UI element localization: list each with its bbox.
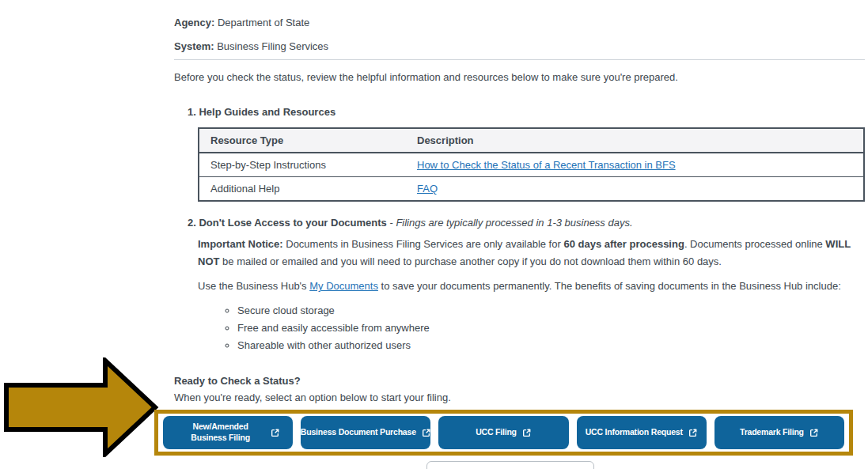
faq-link[interactable]: FAQ xyxy=(417,183,438,195)
table-row: Step-by-Step Instructions How to Check t… xyxy=(199,153,864,177)
table-row: Additional Help FAQ xyxy=(199,177,864,202)
agency-value: Department of State xyxy=(218,17,309,28)
description-cell: FAQ xyxy=(406,177,864,202)
agency-line: Agency: Department of State xyxy=(174,17,865,28)
filing-button-label: Business Document Purchase xyxy=(301,427,416,438)
resource-type-cell: Additional Help xyxy=(199,177,406,202)
agency-label: Agency: xyxy=(174,17,214,28)
intro-text: Before you check the status, review the … xyxy=(174,72,865,83)
external-link-icon xyxy=(521,428,532,438)
filing-button-label: New/Amended Business Filing xyxy=(176,422,265,443)
help-guides-title: 1. Help Guides and Resources xyxy=(188,107,865,118)
important-notice: Important Notice: Documents in Business … xyxy=(198,236,865,270)
filing-button-label: Trademark Filing xyxy=(740,427,804,438)
notice-text: . Documents processed online xyxy=(684,238,825,250)
notice-text: be mailed or emailed and you will need t… xyxy=(219,255,722,267)
right-arrow-annotation-icon xyxy=(0,357,160,457)
table-header-description: Description xyxy=(406,128,864,153)
business-hub-line: Use the Business Hub's My Documents to s… xyxy=(198,278,865,295)
filing-button-label: UCC Filing xyxy=(476,427,517,438)
resources-table: Resource Type Description Step-by-Step I… xyxy=(198,127,865,202)
section-divider xyxy=(174,59,865,60)
resource-type-cell: Step-by-Step Instructions xyxy=(199,153,406,177)
hub-text: Use the Business Hub's xyxy=(198,280,309,292)
notice-bold-60-days: 60 days after processing xyxy=(563,238,684,250)
filing-button-ucc-information-request[interactable]: UCC Information Request xyxy=(577,416,707,449)
filing-button-ucc-filing[interactable]: UCC Filing xyxy=(438,416,568,449)
filing-button-trademark-filing[interactable]: Trademark Filing xyxy=(714,416,844,449)
page: { "meta": { "agency_label": "Agency:", "… xyxy=(0,0,868,469)
documents-title: 2. Don't Lose Access to your Documents xyxy=(188,217,387,229)
ready-section: Ready to Check a Status? When you're rea… xyxy=(174,376,865,469)
external-link-icon xyxy=(809,428,819,438)
highlight-box-annotation: New/Amended Business Filing Business Doc… xyxy=(154,410,853,456)
important-notice-label: Important Notice: xyxy=(198,238,283,250)
ready-title: Ready to Check a Status? xyxy=(174,376,865,387)
system-line: System: Business Filing Services xyxy=(174,41,865,51)
list-item: Free and easily accessible from anywhere xyxy=(237,320,865,337)
back-to-home-button[interactable]: Back to Home xyxy=(426,461,594,469)
filing-button-label: UCC Information Request xyxy=(586,427,683,438)
benefits-list: Secure cloud storage Free and easily acc… xyxy=(198,302,865,354)
documents-title-line: 2. Don't Lose Access to your Documents -… xyxy=(188,217,865,229)
documents-subtitle: Filings are typically processed in 1-3 b… xyxy=(396,217,632,229)
my-documents-link[interactable]: My Documents xyxy=(309,280,378,292)
table-header-row: Resource Type Description xyxy=(199,128,864,153)
notice-text: Documents in Business Filing Services ar… xyxy=(283,238,564,250)
system-label: System: xyxy=(174,40,214,52)
status-instructions-link[interactable]: How to Check the Status of a Recent Tran… xyxy=(417,159,676,171)
external-link-icon xyxy=(421,428,431,438)
list-item: Shareable with other authorized users xyxy=(237,337,865,354)
main-content: Agency: Department of State System: Busi… xyxy=(174,0,865,469)
filing-button-business-document-purchase[interactable]: Business Document Purchase xyxy=(301,416,430,449)
documents-title-separator: - xyxy=(387,217,396,229)
external-link-icon xyxy=(270,428,280,438)
list-item: Secure cloud storage xyxy=(237,302,865,320)
filing-button-new-amended-business[interactable]: New/Amended Business Filing xyxy=(163,416,293,449)
documents-section: 2. Don't Lose Access to your Documents -… xyxy=(174,217,865,354)
hub-text: to save your documents permanently. The … xyxy=(378,280,841,292)
external-link-icon xyxy=(688,428,698,438)
ready-subtitle: When you're ready, select an option belo… xyxy=(174,392,865,403)
table-header-resource-type: Resource Type xyxy=(199,128,406,153)
description-cell: How to Check the Status of a Recent Tran… xyxy=(406,153,864,177)
system-value: Business Filing Services xyxy=(217,40,328,52)
help-guides-section: 1. Help Guides and Resources Resource Ty… xyxy=(174,107,865,202)
